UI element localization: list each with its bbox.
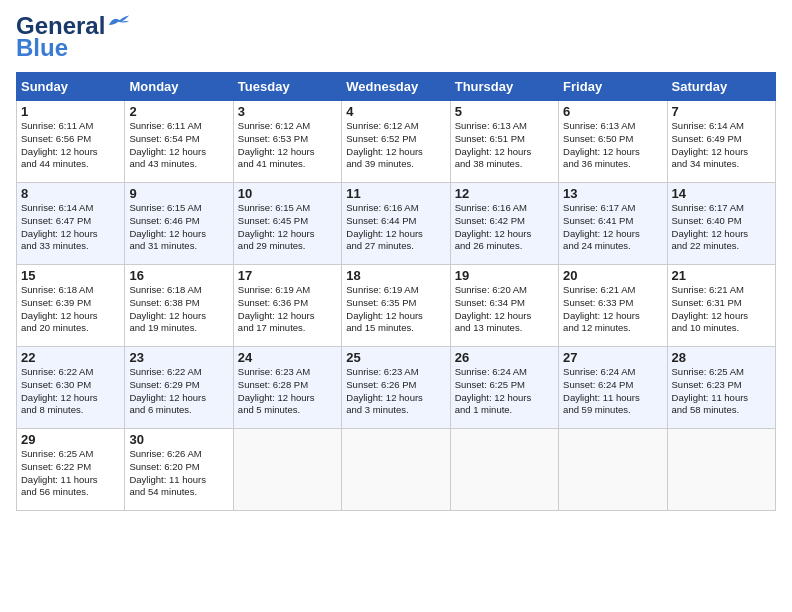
calendar-day-cell: 19Sunrise: 6:20 AM Sunset: 6:34 PM Dayli… [450,265,558,347]
day-number: 16 [129,268,228,283]
weekday-header-monday: Monday [125,73,233,101]
calendar-day-cell: 28Sunrise: 6:25 AM Sunset: 6:23 PM Dayli… [667,347,775,429]
calendar-day-cell: 6Sunrise: 6:13 AM Sunset: 6:50 PM Daylig… [559,101,667,183]
day-info: Sunrise: 6:17 AM Sunset: 6:41 PM Dayligh… [563,202,662,253]
calendar-day-cell: 16Sunrise: 6:18 AM Sunset: 6:38 PM Dayli… [125,265,233,347]
day-number: 1 [21,104,120,119]
day-info: Sunrise: 6:14 AM Sunset: 6:49 PM Dayligh… [672,120,771,171]
day-number: 6 [563,104,662,119]
day-info: Sunrise: 6:15 AM Sunset: 6:45 PM Dayligh… [238,202,337,253]
day-info: Sunrise: 6:24 AM Sunset: 6:24 PM Dayligh… [563,366,662,417]
day-info: Sunrise: 6:18 AM Sunset: 6:38 PM Dayligh… [129,284,228,335]
calendar-week-row: 8Sunrise: 6:14 AM Sunset: 6:47 PM Daylig… [17,183,776,265]
weekday-header-row: SundayMondayTuesdayWednesdayThursdayFrid… [17,73,776,101]
day-info: Sunrise: 6:13 AM Sunset: 6:51 PM Dayligh… [455,120,554,171]
logo-blue: Blue [16,34,68,62]
day-number: 21 [672,268,771,283]
logo: General Blue [16,12,131,62]
calendar-day-cell: 10Sunrise: 6:15 AM Sunset: 6:45 PM Dayli… [233,183,341,265]
calendar-week-row: 15Sunrise: 6:18 AM Sunset: 6:39 PM Dayli… [17,265,776,347]
calendar-day-cell: 17Sunrise: 6:19 AM Sunset: 6:36 PM Dayli… [233,265,341,347]
day-number: 7 [672,104,771,119]
day-info: Sunrise: 6:23 AM Sunset: 6:26 PM Dayligh… [346,366,445,417]
calendar-day-cell: 23Sunrise: 6:22 AM Sunset: 6:29 PM Dayli… [125,347,233,429]
day-number: 30 [129,432,228,447]
calendar-day-cell: 27Sunrise: 6:24 AM Sunset: 6:24 PM Dayli… [559,347,667,429]
day-number: 13 [563,186,662,201]
calendar-day-cell: 26Sunrise: 6:24 AM Sunset: 6:25 PM Dayli… [450,347,558,429]
day-info: Sunrise: 6:25 AM Sunset: 6:23 PM Dayligh… [672,366,771,417]
weekday-header-saturday: Saturday [667,73,775,101]
calendar-week-row: 22Sunrise: 6:22 AM Sunset: 6:30 PM Dayli… [17,347,776,429]
day-info: Sunrise: 6:12 AM Sunset: 6:52 PM Dayligh… [346,120,445,171]
day-info: Sunrise: 6:16 AM Sunset: 6:42 PM Dayligh… [455,202,554,253]
day-info: Sunrise: 6:25 AM Sunset: 6:22 PM Dayligh… [21,448,120,499]
calendar-week-row: 1Sunrise: 6:11 AM Sunset: 6:56 PM Daylig… [17,101,776,183]
day-number: 17 [238,268,337,283]
day-number: 27 [563,350,662,365]
weekday-header-friday: Friday [559,73,667,101]
calendar-table: SundayMondayTuesdayWednesdayThursdayFrid… [16,72,776,511]
day-info: Sunrise: 6:22 AM Sunset: 6:30 PM Dayligh… [21,366,120,417]
day-info: Sunrise: 6:16 AM Sunset: 6:44 PM Dayligh… [346,202,445,253]
calendar-day-cell: 13Sunrise: 6:17 AM Sunset: 6:41 PM Dayli… [559,183,667,265]
weekday-header-wednesday: Wednesday [342,73,450,101]
day-number: 23 [129,350,228,365]
day-number: 26 [455,350,554,365]
calendar-day-cell: 7Sunrise: 6:14 AM Sunset: 6:49 PM Daylig… [667,101,775,183]
day-info: Sunrise: 6:13 AM Sunset: 6:50 PM Dayligh… [563,120,662,171]
calendar-day-cell [667,429,775,511]
calendar-body: 1Sunrise: 6:11 AM Sunset: 6:56 PM Daylig… [17,101,776,511]
day-info: Sunrise: 6:21 AM Sunset: 6:33 PM Dayligh… [563,284,662,335]
day-info: Sunrise: 6:14 AM Sunset: 6:47 PM Dayligh… [21,202,120,253]
day-number: 12 [455,186,554,201]
day-number: 20 [563,268,662,283]
day-info: Sunrise: 6:19 AM Sunset: 6:35 PM Dayligh… [346,284,445,335]
weekday-header-thursday: Thursday [450,73,558,101]
day-number: 19 [455,268,554,283]
day-info: Sunrise: 6:19 AM Sunset: 6:36 PM Dayligh… [238,284,337,335]
day-number: 18 [346,268,445,283]
calendar-day-cell: 1Sunrise: 6:11 AM Sunset: 6:56 PM Daylig… [17,101,125,183]
day-number: 15 [21,268,120,283]
calendar-day-cell: 15Sunrise: 6:18 AM Sunset: 6:39 PM Dayli… [17,265,125,347]
day-number: 8 [21,186,120,201]
calendar-day-cell: 20Sunrise: 6:21 AM Sunset: 6:33 PM Dayli… [559,265,667,347]
day-info: Sunrise: 6:23 AM Sunset: 6:28 PM Dayligh… [238,366,337,417]
calendar-day-cell: 2Sunrise: 6:11 AM Sunset: 6:54 PM Daylig… [125,101,233,183]
calendar-day-cell: 22Sunrise: 6:22 AM Sunset: 6:30 PM Dayli… [17,347,125,429]
calendar-day-cell: 21Sunrise: 6:21 AM Sunset: 6:31 PM Dayli… [667,265,775,347]
calendar-day-cell: 24Sunrise: 6:23 AM Sunset: 6:28 PM Dayli… [233,347,341,429]
calendar-day-cell: 14Sunrise: 6:17 AM Sunset: 6:40 PM Dayli… [667,183,775,265]
day-info: Sunrise: 6:22 AM Sunset: 6:29 PM Dayligh… [129,366,228,417]
calendar-day-cell [450,429,558,511]
day-number: 3 [238,104,337,119]
header: General Blue [16,12,776,62]
day-number: 28 [672,350,771,365]
day-number: 24 [238,350,337,365]
day-info: Sunrise: 6:20 AM Sunset: 6:34 PM Dayligh… [455,284,554,335]
calendar-day-cell: 8Sunrise: 6:14 AM Sunset: 6:47 PM Daylig… [17,183,125,265]
weekday-header-sunday: Sunday [17,73,125,101]
day-info: Sunrise: 6:12 AM Sunset: 6:53 PM Dayligh… [238,120,337,171]
calendar-day-cell: 11Sunrise: 6:16 AM Sunset: 6:44 PM Dayli… [342,183,450,265]
day-number: 10 [238,186,337,201]
day-number: 25 [346,350,445,365]
calendar-day-cell: 25Sunrise: 6:23 AM Sunset: 6:26 PM Dayli… [342,347,450,429]
day-info: Sunrise: 6:24 AM Sunset: 6:25 PM Dayligh… [455,366,554,417]
day-number: 11 [346,186,445,201]
calendar-day-cell: 29Sunrise: 6:25 AM Sunset: 6:22 PM Dayli… [17,429,125,511]
day-number: 5 [455,104,554,119]
day-number: 29 [21,432,120,447]
day-info: Sunrise: 6:17 AM Sunset: 6:40 PM Dayligh… [672,202,771,253]
calendar-day-cell: 5Sunrise: 6:13 AM Sunset: 6:51 PM Daylig… [450,101,558,183]
day-info: Sunrise: 6:26 AM Sunset: 6:20 PM Dayligh… [129,448,228,499]
calendar-day-cell [342,429,450,511]
calendar-day-cell: 12Sunrise: 6:16 AM Sunset: 6:42 PM Dayli… [450,183,558,265]
day-info: Sunrise: 6:11 AM Sunset: 6:56 PM Dayligh… [21,120,120,171]
day-info: Sunrise: 6:18 AM Sunset: 6:39 PM Dayligh… [21,284,120,335]
calendar-day-cell: 9Sunrise: 6:15 AM Sunset: 6:46 PM Daylig… [125,183,233,265]
day-number: 14 [672,186,771,201]
logo-bird-icon [107,14,131,28]
calendar-week-row: 29Sunrise: 6:25 AM Sunset: 6:22 PM Dayli… [17,429,776,511]
